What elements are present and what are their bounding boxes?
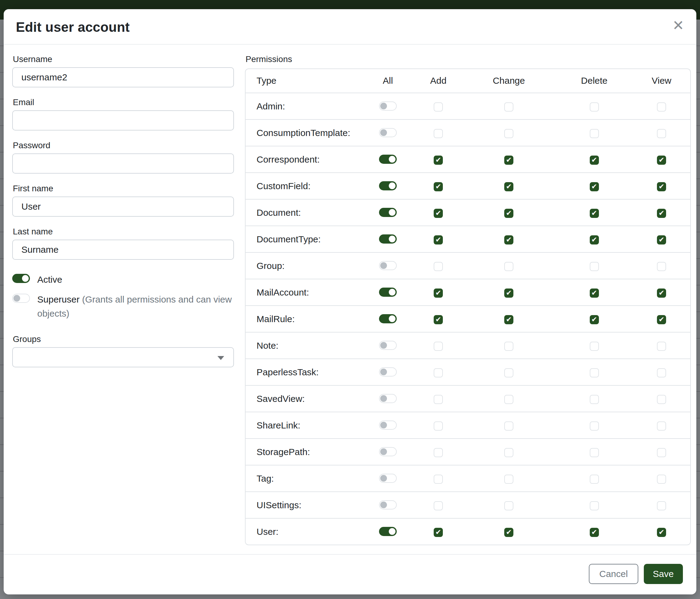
permission-add-checkbox[interactable]: ✔ <box>434 368 443 378</box>
permission-view-checkbox[interactable]: ✔ <box>657 422 666 431</box>
permission-change-checkbox[interactable]: ✔ <box>504 155 514 165</box>
permission-delete-checkbox[interactable]: ✔ <box>590 262 599 271</box>
permission-change-checkbox[interactable]: ✔ <box>504 235 514 244</box>
permission-view-checkbox[interactable]: ✔ <box>657 262 666 271</box>
permission-all-toggle[interactable] <box>379 288 397 297</box>
permission-delete-checkbox[interactable]: ✔ <box>590 182 599 191</box>
permission-view-checkbox[interactable]: ✔ <box>657 448 666 457</box>
permission-add-checkbox[interactable]: ✔ <box>434 501 443 510</box>
superuser-label-block: Superuser (Grants all permissions and ca… <box>37 292 234 321</box>
save-button[interactable]: Save <box>644 564 683 584</box>
permission-change-checkbox[interactable]: ✔ <box>504 315 514 324</box>
active-toggle[interactable] <box>12 274 30 283</box>
permission-delete-checkbox[interactable]: ✔ <box>590 209 599 218</box>
permission-change-checkbox[interactable]: ✔ <box>504 288 514 298</box>
superuser-switch-row: Superuser (Grants all permissions and ca… <box>12 292 234 321</box>
permission-delete-checkbox[interactable]: ✔ <box>590 528 599 537</box>
close-icon[interactable]: ✕ <box>672 18 684 32</box>
permission-delete-checkbox[interactable]: ✔ <box>590 342 599 351</box>
permission-add-checkbox[interactable]: ✔ <box>434 315 443 324</box>
permission-delete-checkbox[interactable]: ✔ <box>590 475 599 484</box>
cancel-button[interactable]: Cancel <box>589 564 638 584</box>
permission-add-checkbox[interactable]: ✔ <box>434 288 443 298</box>
permission-add-checkbox[interactable]: ✔ <box>434 422 443 431</box>
superuser-toggle[interactable] <box>12 294 30 303</box>
permission-all-toggle[interactable] <box>379 101 397 111</box>
permission-all-toggle[interactable] <box>379 181 397 190</box>
permission-view-checkbox[interactable]: ✔ <box>657 315 666 324</box>
permission-delete-checkbox[interactable]: ✔ <box>590 129 599 138</box>
permission-view-checkbox[interactable]: ✔ <box>657 501 666 510</box>
email-label: Email <box>13 97 234 107</box>
permission-change-checkbox[interactable]: ✔ <box>504 395 514 404</box>
permission-all-toggle[interactable] <box>379 208 397 217</box>
permission-change-checkbox[interactable]: ✔ <box>504 368 514 378</box>
permission-delete-checkbox[interactable]: ✔ <box>590 368 599 378</box>
permission-all-toggle[interactable] <box>379 447 397 456</box>
permission-change-checkbox[interactable]: ✔ <box>504 102 514 112</box>
permission-all-toggle[interactable] <box>379 394 397 403</box>
username-input[interactable] <box>12 67 234 88</box>
permission-all-toggle[interactable] <box>379 527 397 536</box>
permission-change-checkbox[interactable]: ✔ <box>504 129 514 138</box>
permission-all-toggle[interactable] <box>379 474 397 483</box>
permission-view-checkbox[interactable]: ✔ <box>657 235 666 244</box>
permission-view-checkbox[interactable]: ✔ <box>657 475 666 484</box>
permission-all-toggle[interactable] <box>379 128 397 137</box>
permission-view-checkbox[interactable]: ✔ <box>657 342 666 351</box>
permission-view-checkbox[interactable]: ✔ <box>657 102 666 112</box>
permission-delete-checkbox[interactable]: ✔ <box>590 155 599 165</box>
permission-all-toggle[interactable] <box>379 154 397 164</box>
permission-add-checkbox[interactable]: ✔ <box>434 262 443 271</box>
permission-view-checkbox[interactable]: ✔ <box>657 129 666 138</box>
permission-change-checkbox[interactable]: ✔ <box>504 342 514 351</box>
permission-view-checkbox[interactable]: ✔ <box>657 288 666 298</box>
permission-delete-checkbox[interactable]: ✔ <box>590 315 599 324</box>
permission-add-checkbox[interactable]: ✔ <box>434 155 443 165</box>
permission-view-checkbox[interactable]: ✔ <box>657 155 666 165</box>
permission-all-toggle[interactable] <box>379 261 397 270</box>
password-input[interactable] <box>12 153 234 174</box>
permission-type-label: ShareLink: <box>256 420 300 430</box>
permission-change-checkbox[interactable]: ✔ <box>504 448 514 457</box>
permission-add-checkbox[interactable]: ✔ <box>434 102 443 112</box>
permission-delete-checkbox[interactable]: ✔ <box>590 501 599 510</box>
permission-all-toggle[interactable] <box>379 314 397 324</box>
permission-add-checkbox[interactable]: ✔ <box>434 528 443 537</box>
permission-add-checkbox[interactable]: ✔ <box>434 235 443 244</box>
permission-view-checkbox[interactable]: ✔ <box>657 395 666 404</box>
permission-all-toggle[interactable] <box>379 421 397 430</box>
permission-add-checkbox[interactable]: ✔ <box>434 395 443 404</box>
permission-all-toggle[interactable] <box>379 500 397 509</box>
permission-change-checkbox[interactable]: ✔ <box>504 475 514 484</box>
permission-view-checkbox[interactable]: ✔ <box>657 368 666 378</box>
permission-delete-checkbox[interactable]: ✔ <box>590 422 599 431</box>
permission-change-checkbox[interactable]: ✔ <box>504 182 514 191</box>
permission-change-checkbox[interactable]: ✔ <box>504 422 514 431</box>
permission-view-checkbox[interactable]: ✔ <box>657 209 666 218</box>
permission-add-checkbox[interactable]: ✔ <box>434 209 443 218</box>
groups-select[interactable] <box>12 347 234 367</box>
permission-view-checkbox[interactable]: ✔ <box>657 528 666 537</box>
permission-change-checkbox[interactable]: ✔ <box>504 262 514 271</box>
permission-all-toggle[interactable] <box>379 234 397 244</box>
permission-add-checkbox[interactable]: ✔ <box>434 448 443 457</box>
permission-delete-checkbox[interactable]: ✔ <box>590 288 599 298</box>
permission-delete-checkbox[interactable]: ✔ <box>590 102 599 112</box>
first-name-input[interactable] <box>12 196 234 217</box>
permission-add-checkbox[interactable]: ✔ <box>434 342 443 351</box>
permission-all-toggle[interactable] <box>379 367 397 377</box>
permission-add-checkbox[interactable]: ✔ <box>434 182 443 191</box>
permission-add-checkbox[interactable]: ✔ <box>434 475 443 484</box>
email-input[interactable] <box>12 110 234 130</box>
permission-delete-checkbox[interactable]: ✔ <box>590 448 599 457</box>
permission-view-checkbox[interactable]: ✔ <box>657 182 666 191</box>
permission-change-checkbox[interactable]: ✔ <box>504 209 514 218</box>
permission-change-checkbox[interactable]: ✔ <box>504 528 514 537</box>
permission-add-checkbox[interactable]: ✔ <box>434 129 443 138</box>
permission-delete-checkbox[interactable]: ✔ <box>590 395 599 404</box>
permission-change-checkbox[interactable]: ✔ <box>504 501 514 510</box>
permission-all-toggle[interactable] <box>379 341 397 350</box>
permission-delete-checkbox[interactable]: ✔ <box>590 235 599 244</box>
last-name-input[interactable] <box>12 240 234 260</box>
